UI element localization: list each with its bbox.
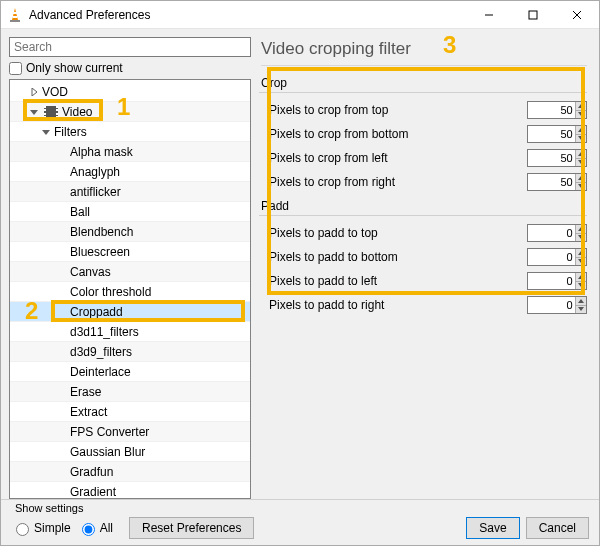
svg-rect-1 [13,12,17,14]
tree-row[interactable]: VOD [10,82,250,102]
spin-up-icon[interactable] [576,102,586,111]
footer: Show settings Simple All Reset Preferenc… [1,499,599,545]
vlc-icon [7,7,23,23]
svg-marker-19 [578,227,584,231]
tree-row[interactable]: antiflicker [10,182,250,202]
tree-row[interactable]: Deinterlace [10,362,250,382]
spin-down-icon[interactable] [576,111,586,119]
field-label: Pixels to padd to top [269,226,527,240]
spin-up-icon[interactable] [576,297,586,306]
crop-1-spinner[interactable] [527,125,587,143]
chevron-down-icon [28,106,40,118]
tree-row[interactable]: Croppadd [10,302,250,322]
window-title: Advanced Preferences [29,8,467,22]
padd-3-spinner[interactable] [527,296,587,314]
spin-up-icon[interactable] [576,150,586,159]
svg-rect-5 [529,11,537,19]
padd-0-spinner[interactable] [527,224,587,242]
titlebar: Advanced Preferences [1,1,599,29]
field-label: Pixels to crop from left [269,151,527,165]
svg-marker-22 [578,259,584,263]
crop-3-input[interactable] [528,174,575,190]
close-button[interactable] [555,1,599,29]
crop-2-input[interactable] [528,150,575,166]
chevron-right-icon [28,86,40,98]
minimize-button[interactable] [467,1,511,29]
spin-down-icon[interactable] [576,282,586,290]
padd-1-spinner[interactable] [527,248,587,266]
spin-up-icon[interactable] [576,273,586,282]
spin-up-icon[interactable] [576,249,586,258]
tree-row[interactable]: Gaussian Blur [10,442,250,462]
svg-rect-3 [10,20,20,22]
tree-row[interactable]: Color threshold [10,282,250,302]
spin-down-icon[interactable] [576,183,586,191]
only-current-checkbox[interactable] [9,62,22,75]
crop-0-input[interactable] [528,102,575,118]
maximize-button[interactable] [511,1,555,29]
spin-up-icon[interactable] [576,126,586,135]
svg-marker-10 [42,130,50,135]
tree-row[interactable]: Video [10,102,250,122]
spin-down-icon[interactable] [576,135,586,143]
padd-3-input[interactable] [528,297,575,313]
tree-row[interactable]: d3d9_filters [10,342,250,362]
padd-0-input[interactable] [528,225,575,241]
search-input[interactable] [9,37,251,57]
show-settings-label: Show settings [15,502,83,514]
field-label: Pixels to crop from bottom [269,127,527,141]
tree-row[interactable]: d3d11_filters [10,322,250,342]
radio-simple[interactable]: Simple [11,520,71,536]
tree-row[interactable]: Gradient [10,482,250,498]
reset-button[interactable]: Reset Preferences [129,517,254,539]
svg-marker-12 [578,112,584,116]
svg-marker-11 [578,104,584,108]
tree-row[interactable]: Alpha mask [10,142,250,162]
spin-up-icon[interactable] [576,225,586,234]
spin-down-icon[interactable] [576,159,586,167]
cancel-button[interactable]: Cancel [526,517,589,539]
tree-view[interactable]: VODVideoFiltersAlpha maskAnaglyphantifli… [9,79,251,499]
page-title: Video cropping filter [261,39,587,66]
spin-down-icon[interactable] [576,234,586,242]
crop-0-spinner[interactable] [527,101,587,119]
tree-row[interactable]: Canvas [10,262,250,282]
group-title-crop: Crop [259,76,587,93]
spin-down-icon[interactable] [576,258,586,266]
tree-row[interactable]: Bluescreen [10,242,250,262]
only-current-label: Only show current [26,61,123,75]
svg-marker-9 [30,110,38,115]
svg-marker-14 [578,136,584,140]
svg-marker-23 [578,275,584,279]
field-label: Pixels to padd to bottom [269,250,527,264]
tree-row[interactable]: Ball [10,202,250,222]
tree-row[interactable]: Erase [10,382,250,402]
svg-rect-2 [13,16,18,18]
svg-marker-24 [578,283,584,287]
svg-marker-13 [578,128,584,132]
radio-all[interactable]: All [77,520,113,536]
tree-row[interactable]: Extract [10,402,250,422]
spin-up-icon[interactable] [576,174,586,183]
crop-3-spinner[interactable] [527,173,587,191]
save-button[interactable]: Save [466,517,519,539]
spin-down-icon[interactable] [576,306,586,314]
crop-2-spinner[interactable] [527,149,587,167]
padd-2-input[interactable] [528,273,575,289]
svg-marker-21 [578,251,584,255]
svg-marker-18 [578,184,584,188]
svg-marker-26 [578,307,584,311]
tree-row[interactable]: Filters [10,122,250,142]
padd-2-spinner[interactable] [527,272,587,290]
group-title-padd: Padd [259,199,587,216]
tree-row[interactable]: FPS Converter [10,422,250,442]
tree-row[interactable]: Gradfun [10,462,250,482]
svg-marker-8 [32,88,37,96]
tree-row[interactable]: Anaglyph [10,162,250,182]
film-icon [44,106,58,118]
padd-1-input[interactable] [528,249,575,265]
crop-1-input[interactable] [528,126,575,142]
field-label: Pixels to crop from right [269,175,527,189]
field-label: Pixels to padd to left [269,274,527,288]
tree-row[interactable]: Blendbench [10,222,250,242]
